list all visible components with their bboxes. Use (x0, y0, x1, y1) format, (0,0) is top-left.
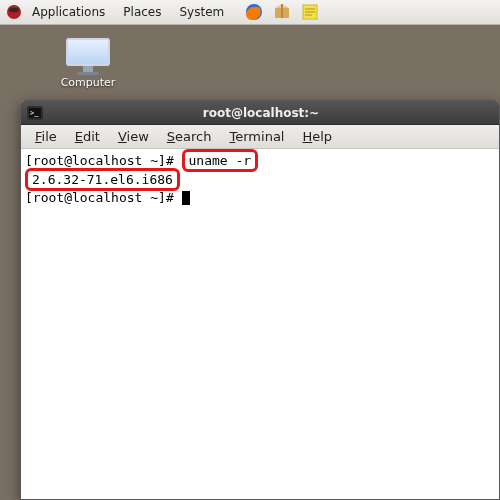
svg-rect-5 (281, 4, 283, 18)
panel-menu-places[interactable]: Places (115, 2, 169, 22)
window-titlebar[interactable]: >_ root@localhost:~ (21, 101, 499, 125)
terminal-menubar: File Edit View Search Terminal Help (21, 125, 499, 149)
note-icon[interactable] (300, 2, 320, 22)
panel-menu-applications[interactable]: Applications (24, 2, 113, 22)
package-icon[interactable] (272, 2, 292, 22)
menu-edit[interactable]: Edit (67, 126, 108, 147)
menu-search[interactable]: Search (159, 126, 220, 147)
svg-point-1 (9, 8, 19, 12)
menu-terminal[interactable]: Terminal (222, 126, 293, 147)
desktop-icon-computer[interactable]: Computer (52, 38, 124, 89)
menu-help[interactable]: Help (294, 126, 340, 147)
terminal-line: 2.6.32-71.el6.i686 (25, 170, 495, 189)
computer-icon (66, 38, 110, 72)
window-title: root@localhost:~ (29, 106, 493, 120)
menu-file[interactable]: File (27, 126, 65, 147)
firefox-icon[interactable] (244, 2, 264, 22)
gnome-top-panel: Applications Places System (0, 0, 500, 25)
terminal-line: [root@localhost ~]# (25, 189, 495, 206)
redhat-icon (6, 4, 22, 20)
menu-view[interactable]: View (110, 126, 157, 147)
panel-menu-system[interactable]: System (171, 2, 232, 22)
cursor (182, 191, 190, 205)
desktop-icon-label: Computer (52, 76, 124, 89)
terminal-window: >_ root@localhost:~ File Edit View Searc… (20, 100, 500, 500)
terminal-body[interactable]: [root@localhost ~]# uname -r 2.6.32-71.e… (21, 149, 499, 499)
highlighted-output: 2.6.32-71.el6.i686 (25, 168, 180, 191)
highlighted-command: uname -r (182, 149, 259, 172)
